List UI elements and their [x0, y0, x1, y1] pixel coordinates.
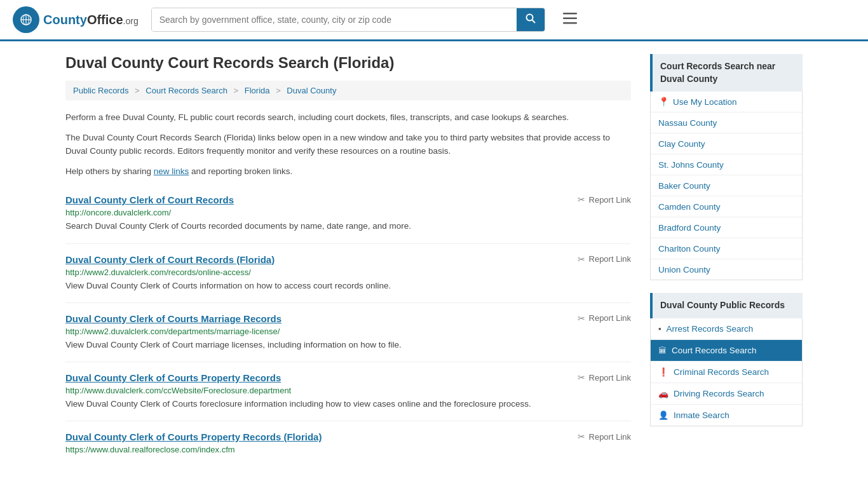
nearby-county-item: Nassau County	[651, 112, 802, 133]
result-desc-3: View Duval County Clerk of Courts forecl…	[65, 398, 631, 410]
svg-rect-9	[563, 22, 577, 24]
public-records-section: Duval County Public Records ▪ Arrest Rec…	[650, 293, 803, 426]
nearby-county-link-5[interactable]: Bradford County	[658, 223, 721, 233]
report-label-3: Report Link	[589, 373, 631, 383]
report-label-1: Report Link	[589, 254, 631, 264]
nearby-county-link-6[interactable]: Charlton County	[658, 244, 721, 254]
public-records-title: Duval County Public Records	[650, 293, 803, 318]
description-3: Help others by sharing new links and rep…	[65, 165, 631, 179]
breadcrumb-sep-3: >	[276, 86, 281, 95]
result-desc-0: Search Duval County Clerk of Courts reco…	[65, 220, 631, 233]
breadcrumb-sep-1: >	[135, 86, 140, 95]
nearby-county-link-1[interactable]: Clay County	[658, 139, 705, 149]
pr-link-4[interactable]: Inmate Search	[674, 410, 729, 420]
use-my-location-link[interactable]: Use My Location	[673, 97, 737, 107]
report-icon-2: ✂	[578, 313, 585, 323]
pr-link-1[interactable]: Court Records Search	[672, 346, 757, 355]
report-icon-1: ✂	[578, 254, 585, 264]
breadcrumb-public-records[interactable]: Public Records	[73, 86, 128, 95]
use-my-location-item[interactable]: 📍 Use My Location	[651, 92, 802, 112]
result-title-4[interactable]: Duval County Clerk of Courts Property Re…	[65, 431, 322, 442]
result-url-2[interactable]: http://www2.duvalclerk.com/departments/m…	[65, 327, 631, 336]
breadcrumb-duval-county[interactable]: Duval County	[287, 86, 336, 95]
result-item: Duval County Clerk of Courts Property Re…	[65, 421, 631, 467]
nearby-section-title: Court Records Search near Duval County	[650, 54, 803, 92]
public-records-item-0[interactable]: ▪ Arrest Records Search	[651, 318, 802, 340]
breadcrumb-court-records[interactable]: Court Records Search	[146, 86, 227, 95]
pr-icon-1: 🏛	[658, 346, 667, 355]
description-2: The Duval County Court Records Search (F…	[65, 131, 631, 158]
nearby-county-link-4[interactable]: Camden County	[658, 202, 721, 212]
result-item: Duval County Clerk of Court Records ✂ Re…	[65, 184, 631, 243]
pr-link-2[interactable]: Criminal Records Search	[674, 367, 769, 377]
result-url-4[interactable]: https://www.duval.realforeclose.com/inde…	[65, 445, 631, 454]
breadcrumb-florida[interactable]: Florida	[245, 86, 270, 95]
nearby-county-item: Bradford County	[651, 217, 802, 238]
pr-icon-2: ❗	[658, 367, 668, 377]
search-button[interactable]	[517, 8, 545, 31]
main-content: Duval County Court Records Search (Flori…	[65, 54, 631, 467]
nearby-county-item: Union County	[651, 259, 802, 280]
breadcrumb-sep-2: >	[234, 86, 239, 95]
report-link-1[interactable]: ✂ Report Link	[578, 254, 631, 264]
result-title-0[interactable]: Duval County Clerk of Court Records	[65, 194, 234, 205]
report-label-4: Report Link	[589, 432, 631, 442]
public-records-item-2[interactable]: ❗ Criminal Records Search	[651, 362, 802, 383]
results-list: Duval County Clerk of Court Records ✂ Re…	[65, 184, 631, 467]
report-label-0: Report Link	[589, 195, 631, 205]
result-title-2[interactable]: Duval County Clerk of Courts Marriage Re…	[65, 313, 281, 324]
search-bar	[151, 8, 545, 32]
svg-point-5	[526, 15, 532, 21]
location-pin-icon: 📍	[658, 97, 669, 107]
logo-icon	[13, 6, 39, 33]
result-item: Duval County Clerk of Courts Marriage Re…	[65, 303, 631, 362]
pr-icon-4: 👤	[658, 410, 668, 420]
logo-text: CountyOffice.org	[43, 13, 139, 27]
search-input[interactable]	[152, 8, 517, 31]
public-records-item-4[interactable]: 👤 Inmate Search	[651, 405, 802, 426]
result-url-0[interactable]: http://oncore.duvalclerk.com/	[65, 208, 631, 217]
menu-button[interactable]	[558, 9, 582, 30]
description-1: Perform a free Duval County, FL public c…	[65, 111, 631, 125]
nearby-county-link-3[interactable]: Baker County	[658, 181, 710, 191]
report-icon-4: ✂	[578, 431, 585, 442]
svg-rect-7	[563, 13, 577, 15]
report-link-3[interactable]: ✂ Report Link	[578, 372, 631, 383]
description-3-pre: Help others by sharing	[65, 166, 154, 176]
public-records-item-3[interactable]: 🚗 Driving Records Search	[651, 383, 802, 405]
pr-link-0[interactable]: Arrest Records Search	[667, 324, 754, 334]
nearby-county-item: Clay County	[651, 133, 802, 154]
nearby-county-link-2[interactable]: St. Johns County	[658, 160, 724, 170]
nearby-county-link-7[interactable]: Union County	[658, 265, 710, 274]
nearby-list: 📍 Use My Location Nassau CountyClay Coun…	[650, 92, 803, 280]
report-link-0[interactable]: ✂ Report Link	[578, 194, 631, 205]
pr-icon-3: 🚗	[658, 389, 668, 398]
result-url-3[interactable]: http://www.duvalclerk.com/ccWebsite/Fore…	[65, 386, 631, 395]
public-records-list: ▪ Arrest Records Search 🏛 Court Records …	[650, 318, 803, 426]
nearby-section: Court Records Search near Duval County 📍…	[650, 54, 803, 280]
description-3-post: and reporting broken links.	[189, 166, 292, 176]
site-logo[interactable]: CountyOffice.org	[13, 6, 139, 33]
result-desc-1: View Duval County Clerk of Courts inform…	[65, 280, 631, 292]
result-title-3[interactable]: Duval County Clerk of Courts Property Re…	[65, 372, 281, 383]
nearby-county-item: Camden County	[651, 196, 802, 217]
nearby-county-item: St. Johns County	[651, 154, 802, 175]
breadcrumb: Public Records > Court Records Search > …	[65, 81, 631, 100]
nearby-county-item: Charlton County	[651, 238, 802, 259]
pr-link-3[interactable]: Driving Records Search	[674, 389, 764, 398]
svg-line-6	[532, 20, 535, 24]
sidebar: Court Records Search near Duval County 📍…	[650, 54, 803, 467]
result-item: Duval County Clerk of Courts Property Re…	[65, 362, 631, 421]
new-links[interactable]: new links	[154, 166, 189, 176]
result-title-1[interactable]: Duval County Clerk of Court Records (Flo…	[65, 254, 275, 265]
report-icon-3: ✂	[578, 372, 585, 383]
report-icon-0: ✂	[578, 194, 585, 205]
report-link-4[interactable]: ✂ Report Link	[578, 431, 631, 442]
nearby-county-link-0[interactable]: Nassau County	[658, 118, 717, 128]
report-label-2: Report Link	[589, 313, 631, 323]
result-url-1[interactable]: http://www2.duvalclerk.com/records/onlin…	[65, 268, 631, 277]
public-records-item-1[interactable]: 🏛 Court Records Search	[651, 340, 802, 362]
svg-rect-8	[563, 18, 577, 20]
result-item: Duval County Clerk of Court Records (Flo…	[65, 244, 631, 303]
report-link-2[interactable]: ✂ Report Link	[578, 313, 631, 323]
